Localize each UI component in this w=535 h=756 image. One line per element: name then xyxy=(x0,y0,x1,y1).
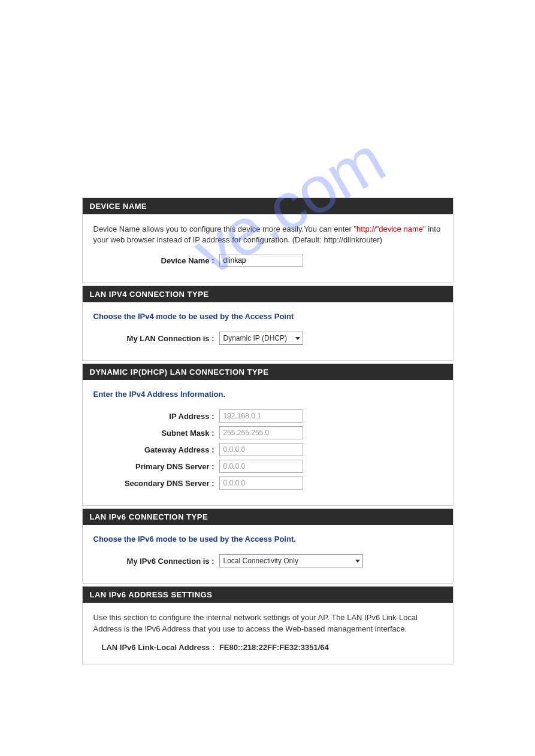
ip-address-input xyxy=(219,409,303,423)
ipv4-connection-section: LAN IPV4 CONNECTION TYPE Choose the IPv4… xyxy=(82,286,454,361)
desc-url-hint: "http://"device name" xyxy=(354,224,426,233)
ipv6-connection-selected: Local Connectivity Only xyxy=(223,557,304,565)
chevron-down-icon xyxy=(355,560,360,563)
ipv4-address-subhead: Enter the IPv4 Address Information. xyxy=(93,390,442,399)
lan-connection-label: My LAN Connection is : xyxy=(93,334,219,343)
ipv6-connection-select[interactable]: Local Connectivity Only xyxy=(219,554,363,567)
subnet-mask-label: Subnet Mask : xyxy=(93,429,219,438)
dhcp-section: DYNAMIC IP(DHCP) LAN CONNECTION TYPE Ent… xyxy=(82,363,454,506)
secondary-dns-label: Secondary DNS Server : xyxy=(93,479,219,488)
ipv6-address-section: LAN IPv6 ADDRESS SETTINGS Use this secti… xyxy=(82,586,454,664)
subnet-mask-input xyxy=(219,426,303,439)
device-name-header: DEVICE NAME xyxy=(83,198,453,214)
lan-connection-selected: Dynamic IP (DHCP) xyxy=(223,334,293,342)
ipv6-connection-header: LAN IPv6 CONNECTION TYPE xyxy=(83,509,453,525)
primary-dns-input xyxy=(219,460,303,473)
ipv6-mode-subhead: Choose the IPv6 mode to be used by the A… xyxy=(93,535,442,544)
dhcp-header: DYNAMIC IP(DHCP) LAN CONNECTION TYPE xyxy=(83,364,453,380)
ipv6-connection-label: My IPv6 Connection is : xyxy=(93,557,219,566)
ip-address-label: IP Address : xyxy=(93,412,219,421)
device-name-input[interactable] xyxy=(219,254,303,267)
device-name-label: Device Name : xyxy=(93,256,219,265)
device-name-description: Device Name allows you to configure this… xyxy=(93,224,442,245)
gateway-address-input xyxy=(219,443,303,456)
config-panel: DEVICE NAME Device Name allows you to co… xyxy=(82,198,454,664)
ipv6-address-description: Use this section to configure the intern… xyxy=(93,612,442,634)
ipv6-link-local-row: LAN IPv6 Link-Local Address : FE80::218:… xyxy=(93,643,442,652)
chevron-down-icon xyxy=(295,337,300,340)
secondary-dns-input xyxy=(219,476,303,490)
ipv6-link-local-value: FE80::218:22FF:FE32:3351/64 xyxy=(219,643,329,652)
lan-connection-select[interactable]: Dynamic IP (DHCP) xyxy=(219,332,303,345)
ipv6-connection-section: LAN IPv6 CONNECTION TYPE Choose the IPv6… xyxy=(82,508,454,584)
ipv4-connection-header: LAN IPV4 CONNECTION TYPE xyxy=(83,286,453,302)
gateway-address-label: Gateway Address : xyxy=(93,445,219,454)
ipv4-mode-subhead: Choose the IPv4 mode to be used by the A… xyxy=(93,312,442,321)
desc-text-pre: Device Name allows you to configure this… xyxy=(93,224,354,233)
primary-dns-label: Primary DNS Server : xyxy=(93,462,219,471)
ipv6-address-header: LAN IPv6 ADDRESS SETTINGS xyxy=(83,587,453,603)
ipv6-link-local-label: LAN IPv6 Link-Local Address : xyxy=(102,643,215,652)
device-name-section: DEVICE NAME Device Name allows you to co… xyxy=(82,198,454,283)
